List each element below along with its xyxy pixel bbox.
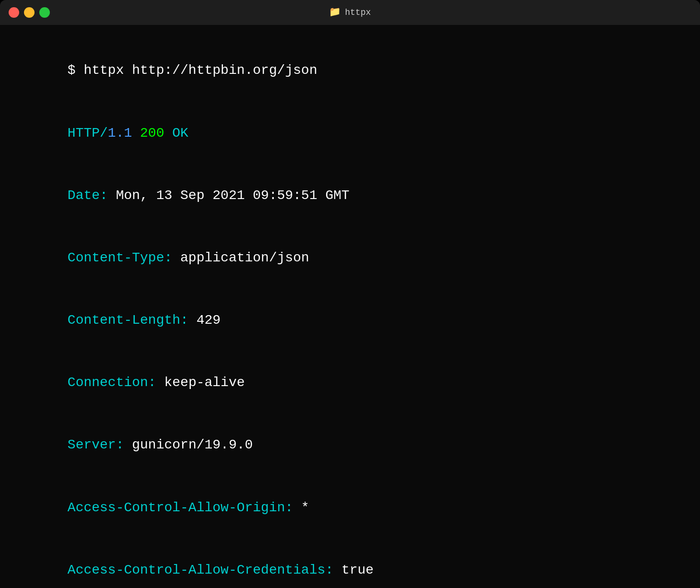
titlebar: 📁 httpx bbox=[0, 0, 700, 25]
terminal-content: $ httpx http://httpbin.org/json HTTP/1.1… bbox=[0, 25, 700, 588]
header-connection: Connection: keep-alive bbox=[19, 352, 681, 414]
header-conn-val: keep-alive bbox=[156, 375, 245, 390]
window-title: 📁 httpx bbox=[329, 5, 371, 20]
prompt-text: $ httpx http://httpbin.org/json bbox=[68, 63, 317, 78]
header-conn-key: Connection: bbox=[68, 375, 156, 390]
header-server-key: Server: bbox=[68, 437, 124, 452]
header-date-val: Mon, 13 Sep 2021 09:59:51 GMT bbox=[108, 188, 350, 203]
http-version: HTTP/ bbox=[68, 126, 108, 141]
folder-icon: 📁 bbox=[329, 5, 341, 20]
header-server: Server: gunicorn/19.9.0 bbox=[19, 414, 681, 476]
header-date-key: Date: bbox=[68, 188, 108, 203]
maximize-button[interactable] bbox=[39, 7, 50, 18]
header-content-type: Content-Type: application/json bbox=[19, 227, 681, 289]
status-ok: OK bbox=[164, 126, 188, 141]
window-controls[interactable] bbox=[9, 7, 50, 18]
close-button[interactable] bbox=[9, 7, 19, 18]
header-acao: Access-Control-Allow-Origin: * bbox=[19, 476, 681, 539]
minimize-button[interactable] bbox=[24, 7, 35, 18]
terminal-window: 📁 httpx $ httpx http://httpbin.org/json … bbox=[0, 0, 700, 588]
header-acac-val: true bbox=[333, 563, 373, 577]
status-code: 200 bbox=[140, 126, 164, 141]
header-acac-key: Access-Control-Allow-Credentials: bbox=[68, 563, 334, 577]
title-text: httpx bbox=[345, 6, 371, 19]
status-line: HTTP/1.1 200 OK bbox=[19, 102, 681, 164]
header-ct-key: Content-Type: bbox=[68, 250, 172, 265]
header-server-val: gunicorn/19.9.0 bbox=[124, 437, 253, 452]
header-content-length: Content-Length: 429 bbox=[19, 289, 681, 352]
header-cl-key: Content-Length: bbox=[68, 313, 188, 328]
header-cl-val: 429 bbox=[188, 313, 221, 328]
header-acac: Access-Control-Allow-Credentials: true bbox=[19, 539, 681, 588]
header-acao-key: Access-Control-Allow-Origin: bbox=[68, 500, 293, 515]
header-date: Date: Mon, 13 Sep 2021 09:59:51 GMT bbox=[19, 164, 681, 226]
http-version-num: 1.1 bbox=[108, 126, 140, 141]
header-acao-val: * bbox=[293, 500, 309, 515]
prompt-line: $ httpx http://httpbin.org/json bbox=[19, 39, 681, 102]
header-ct-val: application/json bbox=[172, 250, 309, 265]
